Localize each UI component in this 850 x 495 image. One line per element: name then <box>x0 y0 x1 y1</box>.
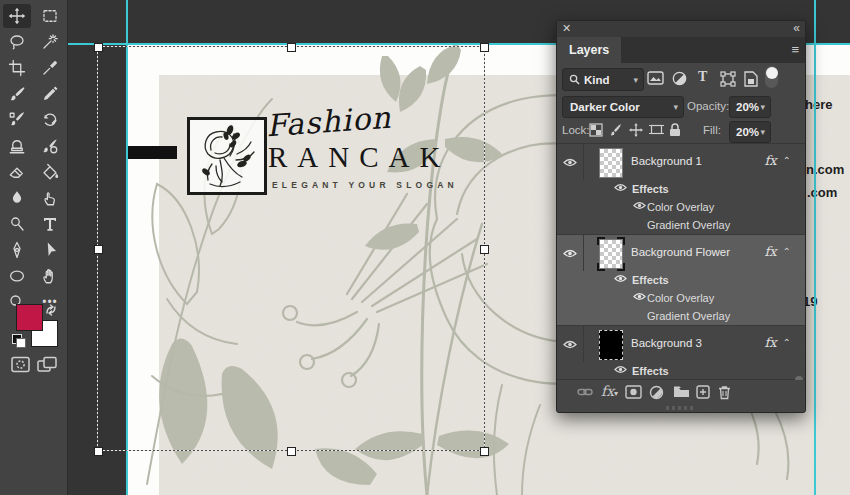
layer-row-background-flower[interactable]: Background Flower fx⌃ <box>557 235 805 271</box>
paint-bucket-tool[interactable] <box>36 160 64 184</box>
transform-handle-mid-left[interactable] <box>94 245 103 254</box>
foreground-color-swatch[interactable] <box>16 304 43 331</box>
filter-pixel-layers-icon[interactable] <box>647 71 664 85</box>
lock-position-move-icon[interactable] <box>629 123 643 137</box>
effect-label[interactable]: Gradient Overlay <box>647 219 730 231</box>
transform-handle-top-right[interactable] <box>480 43 489 52</box>
effect-row-gradient-overlay[interactable]: Gradient Overlay <box>557 307 805 325</box>
lock-image-pixels-brush-icon[interactable] <box>609 123 623 137</box>
brush-tool[interactable] <box>3 82 31 106</box>
filter-type-layers-icon[interactable]: T <box>698 69 707 85</box>
effects-label[interactable]: Effects <box>632 183 669 195</box>
fx-badge[interactable]: fx <box>764 335 776 350</box>
ellipse-shape-tool[interactable] <box>3 264 31 288</box>
lasso-tool[interactable] <box>3 30 31 54</box>
effect-label[interactable]: Color Overlay <box>647 201 714 213</box>
new-group-folder-icon[interactable] <box>673 385 690 398</box>
filter-adjustment-layers-icon[interactable] <box>672 71 687 86</box>
panel-menu-icon[interactable]: ≡ <box>791 42 799 57</box>
fx-badge[interactable]: fx <box>764 244 776 259</box>
vertical-guide-right[interactable] <box>814 0 816 495</box>
effect-label[interactable]: Gradient Overlay <box>647 310 730 322</box>
close-icon[interactable]: ✕ <box>562 22 571 35</box>
effects-label[interactable]: Effects <box>632 365 669 377</box>
delete-layer-trash-icon[interactable] <box>718 385 731 400</box>
pen-tool[interactable] <box>3 238 31 262</box>
smudge-tool[interactable] <box>36 186 64 210</box>
pencil-tool[interactable] <box>36 82 64 106</box>
magic-wand-tool[interactable] <box>36 30 64 54</box>
visibility-eye-icon[interactable] <box>557 326 584 362</box>
hand-tool[interactable] <box>36 264 64 288</box>
visibility-eye-icon[interactable] <box>557 235 584 271</box>
transform-handle-top-center[interactable] <box>287 43 296 52</box>
effects-label[interactable]: Effects <box>632 274 669 286</box>
eyedropper-tool[interactable] <box>36 56 64 80</box>
filter-kind-dropdown[interactable]: Kind ▾ <box>562 68 644 91</box>
effect-row-color-overlay[interactable]: Color Overlay <box>557 289 805 307</box>
fill-value-dropdown[interactable]: 20% ▾ <box>729 121 771 143</box>
mixer-brush-tool[interactable] <box>3 108 31 132</box>
collapse-panel-icon[interactable]: « <box>793 21 799 35</box>
filtering-toggle-switch[interactable] <box>765 66 778 88</box>
effect-label[interactable]: Color Overlay <box>647 292 714 304</box>
collapse-effects-chevron[interactable]: ⌃ <box>783 246 791 257</box>
transform-handle-bottom-center[interactable] <box>287 447 296 456</box>
effects-row[interactable]: Effects <box>557 362 805 380</box>
effect-row-gradient-overlay[interactable]: Gradient Overlay <box>557 216 805 234</box>
layer-style-fx-icon[interactable]: fx▾ <box>601 383 618 399</box>
swap-colors-icon[interactable] <box>44 303 58 317</box>
quick-mask-button[interactable] <box>11 356 30 373</box>
layer-thumbnail-black[interactable] <box>599 330 623 360</box>
filter-shape-layers-icon[interactable] <box>720 71 736 87</box>
path-selection-tool[interactable] <box>36 238 64 262</box>
art-history-brush-tool[interactable] <box>36 134 64 158</box>
history-brush-tool[interactable] <box>36 108 64 132</box>
blur-tool[interactable] <box>3 186 31 210</box>
move-tool[interactable] <box>3 4 31 28</box>
crop-tool[interactable] <box>3 56 31 80</box>
layer-name[interactable]: Background Flower <box>631 246 730 258</box>
lock-all-padlock-icon[interactable] <box>669 123 681 137</box>
opacity-value-dropdown[interactable]: 20% ▾ <box>729 96 771 118</box>
clone-stamp-tool[interactable] <box>3 134 31 158</box>
fx-badge[interactable]: fx <box>764 153 776 168</box>
collapse-effects-chevron[interactable]: ⌃ <box>783 337 791 348</box>
collapse-effects-chevron[interactable]: ⌃ <box>783 155 791 166</box>
layer-name[interactable]: Background 1 <box>631 155 702 167</box>
transform-handle-top-left[interactable] <box>94 43 103 52</box>
lock-transparent-pixels-icon[interactable] <box>589 123 603 137</box>
transform-handle-bottom-right[interactable] <box>480 447 489 456</box>
filter-smart-objects-icon[interactable] <box>744 71 758 87</box>
effects-row[interactable]: Effects <box>557 180 805 198</box>
link-layers-icon[interactable] <box>577 385 593 399</box>
effects-row[interactable]: Effects <box>557 271 805 289</box>
rectangular-marquee-tool[interactable] <box>36 4 64 28</box>
lock-artboard-icon[interactable] <box>649 123 664 136</box>
transform-handle-mid-right[interactable] <box>480 245 489 254</box>
panel-header-bar[interactable]: ✕ « <box>557 21 805 37</box>
adjustment-layer-icon[interactable] <box>649 385 664 400</box>
panel-resize-grip[interactable] <box>666 406 696 410</box>
transform-handle-bottom-left[interactable] <box>94 447 103 456</box>
layer-thumbnail-transparent[interactable] <box>599 148 623 178</box>
panel-scrollbar-thumb[interactable] <box>795 376 803 380</box>
tab-layers[interactable]: Layers <box>557 37 621 63</box>
screen-mode-button[interactable] <box>37 356 57 373</box>
layer-row-background-1[interactable]: Background 1 fx⌃ <box>557 144 805 180</box>
layer-row-background-3[interactable]: Background 3 fx⌃ <box>557 326 805 362</box>
default-colors-icon[interactable] <box>12 334 24 346</box>
vertical-guide-left[interactable] <box>126 0 128 495</box>
visibility-eye-icon[interactable] <box>633 292 646 301</box>
effect-row-color-overlay[interactable]: Color Overlay <box>557 198 805 216</box>
visibility-eye-icon[interactable] <box>614 183 627 192</box>
layer-name[interactable]: Background 3 <box>631 337 702 349</box>
blend-mode-dropdown[interactable]: Darker Color ▾ <box>562 96 684 118</box>
visibility-eye-icon[interactable] <box>614 365 627 374</box>
dodge-tool[interactable] <box>3 212 31 236</box>
visibility-eye-icon[interactable] <box>557 144 584 180</box>
new-layer-icon[interactable] <box>696 385 710 399</box>
visibility-eye-icon[interactable] <box>614 274 627 283</box>
visibility-eye-icon[interactable] <box>633 201 646 210</box>
type-tool[interactable] <box>36 212 64 236</box>
